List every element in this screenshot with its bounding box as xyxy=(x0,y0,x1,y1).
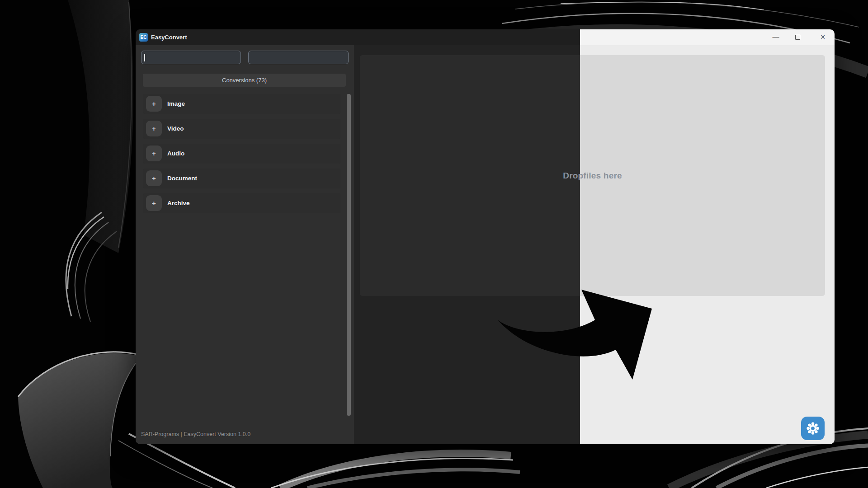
expand-audio-button[interactable]: + xyxy=(146,145,162,161)
category-row-audio[interactable]: + Audio xyxy=(143,144,340,164)
category-label: Audio xyxy=(167,144,184,164)
category-row-video[interactable]: + Video xyxy=(143,119,340,139)
category-row-archive[interactable]: + Archive xyxy=(143,193,340,213)
file-dropzone[interactable]: Dropfiles here xyxy=(360,55,825,296)
category-label: Image xyxy=(167,94,185,114)
app-logo-icon: EC xyxy=(139,33,148,42)
minimize-button[interactable]: — xyxy=(768,29,783,45)
expand-image-button[interactable]: + xyxy=(146,96,162,112)
expand-video-button[interactable]: + xyxy=(146,121,162,136)
dropzone-label: Dropfiles here xyxy=(563,171,622,181)
category-row-image[interactable]: + Image xyxy=(143,94,340,114)
sidebar: Conversions (73) + Image + Video + Audio… xyxy=(136,45,354,444)
settings-button[interactable] xyxy=(801,417,825,440)
desktop: EC EasyConvert — ✕ Conversions (73) + Im… xyxy=(0,0,868,488)
expand-archive-button[interactable]: + xyxy=(146,195,162,211)
category-row-document[interactable]: + Document xyxy=(143,169,340,188)
sidebar-scrollbar[interactable] xyxy=(347,94,351,416)
expand-document-button[interactable]: + xyxy=(146,170,162,186)
easyconvert-window: EC EasyConvert — ✕ Conversions (73) + Im… xyxy=(136,29,835,444)
category-label: Archive xyxy=(167,193,190,213)
titlebar-dark-region: EC EasyConvert xyxy=(136,29,580,45)
category-label: Document xyxy=(167,169,197,188)
maximize-icon xyxy=(795,35,800,40)
window-title: EasyConvert xyxy=(151,29,187,45)
format-to-input[interactable] xyxy=(248,51,349,64)
text-caret xyxy=(144,54,145,61)
maximize-button[interactable] xyxy=(790,29,806,45)
close-button[interactable]: ✕ xyxy=(815,29,830,45)
conversions-header: Conversions (73) xyxy=(143,74,346,87)
format-from-input[interactable] xyxy=(141,51,241,64)
app-version-text: SAR-Programs | EasyConvert Version 1.0.0 xyxy=(141,430,250,439)
gear-icon xyxy=(806,422,820,435)
category-label: Video xyxy=(167,119,184,139)
